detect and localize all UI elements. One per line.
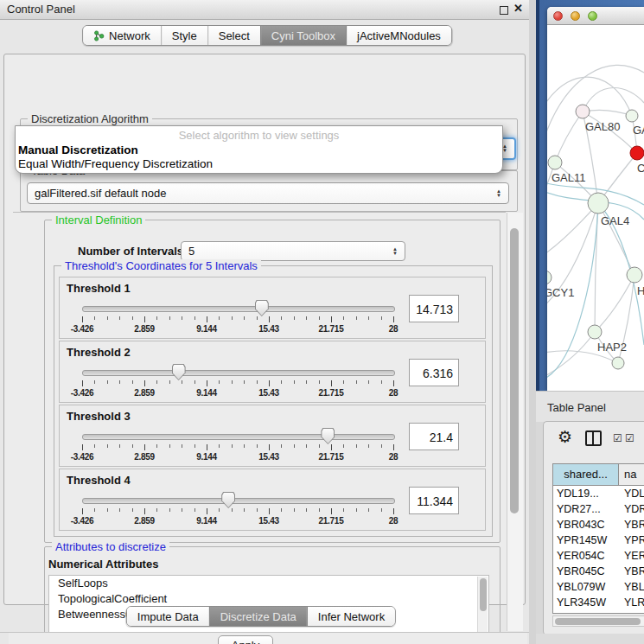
popup-option-equal-width[interactable]: Equal Width/Frequency Discretization (16, 157, 502, 171)
number-of-intervals-combobox[interactable]: 5 ▲▼ (181, 241, 405, 261)
cell-name: YIL0 (619, 610, 644, 614)
network-canvas[interactable]: GAL80GACGAL11GAL4GCY1HHAP2 (547, 25, 644, 391)
cyni-mode-tabbar: Impute Data Discretize Data Infer Networ… (126, 606, 396, 627)
tick-mark (257, 508, 258, 512)
discretization-group-label: Discretization Algorithm (28, 112, 152, 125)
tick-label: 21.715 (319, 324, 344, 334)
network-node-label: GAL4 (601, 214, 629, 227)
numerical-attributes-label: Numerical Attributes (48, 558, 158, 571)
table-row[interactable]: YDR27...YDR2 (553, 501, 644, 517)
table-horizontal-scrollbar[interactable] (552, 615, 644, 627)
popup-hint: Select algorithm to view settings (16, 129, 502, 143)
window-bottom-divider (0, 632, 529, 633)
popup-option-manual[interactable]: Manual Discretization (16, 143, 502, 157)
tick-label: 15.43 (258, 516, 279, 526)
network-node[interactable] (612, 357, 624, 369)
scrollbar-thumb[interactable] (480, 578, 487, 611)
network-node[interactable] (547, 271, 552, 284)
tab-impute-data[interactable]: Impute Data (127, 607, 209, 626)
threshold-value-field[interactable]: 6.316 (409, 359, 459, 386)
tick-label: 9.144 (196, 516, 217, 526)
tab-cyni-toolbox[interactable]: Cyni Toolbox (260, 26, 346, 45)
gear-icon[interactable]: ⚙ (558, 427, 572, 447)
network-window: GAL80GACGAL11GAL4GCY1HHAP2 (547, 7, 644, 391)
columns-icon[interactable] (585, 430, 602, 446)
attributes-scrollbar[interactable] (477, 577, 488, 633)
table-row[interactable]: YIL052CYIL0 (553, 610, 644, 614)
threshold-value-field[interactable]: 21.4 (409, 423, 459, 450)
tick-label: -3.426 (71, 388, 94, 398)
threshold-slider-thumb[interactable] (255, 300, 269, 316)
tab-discretize-data[interactable]: Discretize Data (209, 607, 307, 626)
tick-mark (219, 444, 220, 448)
background-strip (536, 634, 644, 644)
tick-label: 28 (389, 324, 399, 334)
table-row[interactable]: YER054CYER0 (553, 548, 644, 564)
network-node[interactable] (548, 156, 562, 169)
threshold-slider-thumb[interactable] (321, 428, 335, 444)
tick-mark (294, 316, 295, 320)
tab-network[interactable]: Network (83, 26, 161, 45)
tick-mark (269, 316, 270, 322)
thresholds-group-label: Threshold's Coordinates for 5 Intervals (61, 259, 261, 272)
checkbox-checked-icon[interactable]: ☑ (625, 432, 634, 444)
tick-mark (169, 508, 170, 512)
scrollbar-thumb[interactable] (555, 618, 641, 625)
tick-mark (343, 508, 344, 512)
cell-shared-name: YDR27... (553, 501, 619, 517)
tab-jactivemnodules[interactable]: jActiveMNodules (346, 26, 451, 45)
threshold-list: Threshold 1 -3.4262.8599.14415.4321.7152… (59, 277, 486, 532)
interval-definition-group: Interval Definition Number of Intervals … (44, 220, 501, 543)
network-node[interactable] (576, 105, 590, 118)
tick-mark (182, 508, 182, 512)
network-window-titlebar (547, 7, 644, 25)
tick-mark (207, 380, 207, 386)
tick-label: -3.426 (71, 452, 94, 462)
table-row[interactable]: YBL079WYBL0 (553, 579, 644, 595)
threshold-value-field[interactable]: 11.344 (409, 487, 459, 514)
table-row[interactable]: YPR145WYPR1 (553, 532, 644, 548)
minimize-traffic-light-icon[interactable] (571, 11, 580, 21)
tick-mark (257, 444, 258, 448)
panel-vertical-scrollbar[interactable] (507, 213, 523, 631)
table-row[interactable]: YLR345WYLR3 (553, 595, 644, 610)
column-header-shared-name[interactable]: shared... (553, 464, 619, 485)
threshold-slider-thumb[interactable] (172, 364, 186, 380)
close-icon[interactable]: ✕ (513, 2, 523, 15)
network-node[interactable] (588, 193, 609, 214)
tick-mark (269, 444, 270, 450)
tick-mark (281, 508, 282, 512)
tab-style[interactable]: Style (161, 26, 207, 45)
threshold-slider-thumb[interactable] (221, 492, 235, 508)
network-node[interactable] (630, 146, 644, 160)
attribute-list-item[interactable]: TopologicalCoefficient (49, 591, 488, 607)
tick-label: -3.426 (71, 516, 94, 526)
float-window-icon[interactable] (500, 6, 508, 15)
cell-shared-name: YIL052C (553, 610, 619, 614)
tab-infer-network[interactable]: Infer Network (307, 607, 395, 626)
tick-mark (94, 380, 95, 384)
threshold-value-field[interactable]: 14.713 (409, 295, 459, 322)
tab-impute-data-label: Impute Data (137, 610, 199, 623)
apply-button[interactable]: Apply (218, 635, 273, 644)
zoom-traffic-light-icon[interactable] (588, 11, 597, 21)
cell-shared-name: YLR345W (553, 595, 619, 610)
node-attribute-table[interactable]: shared... na YDL19...YDL1YDR27...YDR2YBR… (552, 463, 644, 614)
tab-select[interactable]: Select (207, 26, 260, 45)
column-header-name[interactable]: na (619, 464, 644, 485)
table-row[interactable]: YBR045CYBR0 (553, 564, 644, 579)
network-node[interactable] (626, 110, 638, 122)
close-traffic-light-icon[interactable] (553, 11, 563, 21)
network-node[interactable] (588, 325, 602, 339)
tick-mark (82, 508, 83, 514)
network-node[interactable] (627, 267, 642, 283)
checkbox-checked-icon[interactable]: ☑ (613, 432, 622, 444)
table-row[interactable]: YBR043CYBR0 (553, 517, 644, 532)
table-row[interactable]: YDL19...YDL1 (553, 486, 644, 501)
table-data-combobox[interactable]: galFiltered.sif default node ▲▼ (27, 182, 509, 204)
scrollbar-thumb[interactable] (510, 228, 519, 513)
tick-label: 9.144 (196, 388, 217, 398)
attribute-list-item[interactable]: SelfLoops (49, 576, 488, 591)
number-of-intervals-label: Number of Intervals (78, 245, 183, 258)
tick-mark (169, 316, 170, 320)
